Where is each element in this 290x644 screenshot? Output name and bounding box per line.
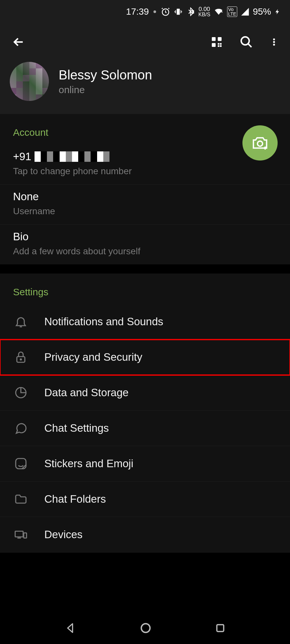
status-icons: 0.00 KB/S VoLTE 95% [161,6,281,17]
username-value: None [13,190,277,203]
settings-label: Notifications and Sounds [44,315,163,328]
profile-status: online [59,84,152,95]
bio-item[interactable]: Bio Add a few words about yourself [0,225,290,264]
svg-rect-2 [192,10,194,14]
svg-point-10 [241,37,249,45]
nav-recent-button[interactable] [214,622,226,635]
svg-rect-20 [24,533,27,538]
chat-icon [13,420,29,436]
battery-percent: 95% [253,7,271,17]
svg-rect-6 [218,43,219,45]
username-sub: Username [13,206,277,217]
svg-rect-4 [218,37,222,41]
camera-add-icon [251,134,269,152]
svg-point-14 [257,141,263,146]
svg-rect-9 [220,45,222,47]
settings-header: Settings [0,273,290,304]
search-button[interactable] [239,35,253,50]
data-rate: 0.00 KB/S [198,6,210,17]
settings-label: Devices [44,528,82,541]
devices-icon [13,527,29,542]
settings-item-stickers[interactable]: Stickers and Emoji [0,446,290,482]
bio-value: Bio [13,231,277,243]
settings-label: Chat Folders [44,493,106,505]
settings-item-chat-settings[interactable]: Chat Settings [0,411,290,446]
more-options-button[interactable] [269,35,279,50]
navigation-bar [0,613,290,644]
svg-point-16 [20,359,22,360]
svg-rect-22 [217,624,224,631]
toolbar [10,32,280,59]
settings-label: Privacy and Security [44,351,142,363]
svg-rect-1 [177,9,180,15]
qr-code-button[interactable] [210,35,223,50]
settings-label: Stickers and Emoji [44,457,133,470]
svg-rect-3 [212,37,216,41]
folder-icon [13,491,29,507]
phone-sub: Tap to change phone number [13,166,277,176]
username-item[interactable]: None Username [0,185,290,225]
settings-label: Chat Settings [44,422,109,434]
settings-item-devices[interactable]: Devices [0,517,290,553]
settings-item-privacy[interactable]: Privacy and Security [0,340,290,375]
profile-info: Blessy Solomon online [59,68,152,95]
vibrate-icon [174,7,183,16]
svg-point-21 [141,623,150,632]
volte-icon: VoLTE [227,7,237,17]
phone-number-censored [35,151,109,162]
section-divider [0,264,290,273]
pie-icon [13,385,29,400]
sticker-icon [13,456,29,471]
status-bar: 17:39 0.00 KB/S VoLTE 95% [0,0,290,23]
signal-icon [240,7,250,16]
nav-home-button[interactable] [139,622,152,636]
svg-rect-19 [15,531,23,537]
wifi-icon [213,7,224,16]
bluetooth-icon [186,7,195,16]
nav-back-button[interactable] [64,622,77,636]
svg-rect-7 [220,43,222,45]
svg-point-11 [273,38,275,40]
profile-name: Blessy Solomon [59,68,152,82]
header: Blessy Solomon online [0,23,290,114]
svg-rect-8 [218,45,219,47]
status-time: 17:39 [126,7,149,17]
phone-prefix: +91 [13,150,31,163]
svg-point-12 [273,41,275,43]
settings-item-data-storage[interactable]: Data and Storage [0,375,290,411]
svg-rect-5 [212,43,216,47]
svg-point-13 [273,44,275,46]
status-dot [153,10,156,13]
content: Account +91 Tap to change phone number N… [0,114,290,553]
alarm-icon [161,7,170,17]
svg-rect-18 [16,458,26,469]
avatar[interactable] [10,62,49,101]
settings-item-notifications[interactable]: Notifications and Sounds [0,304,290,340]
settings-section: Settings Notifications and Sounds Privac… [0,273,290,553]
charging-icon [274,7,281,16]
settings-label: Data and Storage [44,386,129,399]
bio-sub: Add a few words about yourself [13,246,277,257]
back-button[interactable] [11,35,26,50]
settings-item-chat-folders[interactable]: Chat Folders [0,482,290,517]
profile-section: Blessy Solomon online [10,59,280,114]
bell-icon [13,314,29,329]
change-photo-button[interactable] [242,125,278,161]
lock-icon [13,349,29,365]
